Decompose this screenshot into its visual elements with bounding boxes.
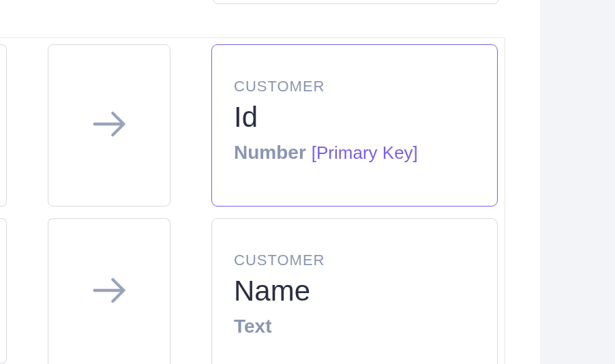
field-type: Text	[234, 316, 272, 337]
field-type-line: Text	[234, 316, 475, 337]
field-card-customer-id[interactable]: CUSTOMER Id Number [Primary Key]	[211, 44, 498, 207]
previous-card-fragment	[213, 0, 499, 4]
divider-horizontal	[0, 37, 505, 38]
right-rail-panel	[540, 0, 615, 364]
primary-key-badge: [Primary Key]	[312, 142, 418, 164]
mapping-row: CUSTOMER Id Number [Primary Key]	[0, 44, 498, 207]
field-type: Number	[234, 142, 306, 164]
field-name: Name	[234, 276, 475, 306]
source-card-sliver[interactable]	[0, 44, 7, 207]
mapping-row: CUSTOMER Name Text	[0, 218, 498, 364]
entity-label: CUSTOMER	[234, 78, 475, 95]
field-card-customer-name[interactable]: CUSTOMER Name Text	[211, 218, 498, 364]
entity-label: CUSTOMER	[234, 252, 475, 269]
field-type-line: Number [Primary Key]	[234, 142, 475, 164]
divider-vertical	[505, 37, 505, 364]
arrow-right-icon	[87, 102, 131, 149]
mapping-arrow-box[interactable]	[48, 44, 170, 207]
arrow-right-icon	[87, 269, 131, 315]
field-name: Id	[234, 102, 475, 132]
source-card-sliver[interactable]	[0, 218, 7, 364]
mapping-arrow-box[interactable]	[48, 218, 170, 364]
